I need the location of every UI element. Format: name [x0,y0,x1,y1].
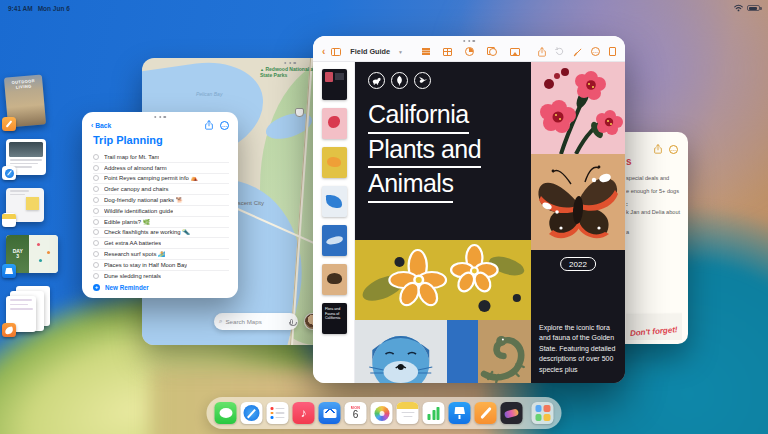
reminder-text: Get extra AA batteries [104,240,161,246]
reminder-text: Edible plants? 🌿 [104,219,150,225]
reminder-item[interactable]: Check flashlights are working 🔦 [93,228,229,239]
page-thumbnail-4[interactable] [322,186,347,217]
dock-icon-photos[interactable] [371,402,393,424]
share-icon[interactable] [205,120,213,130]
reminder-item[interactable]: Edible plants? 🌿 [93,217,229,228]
reminder-item[interactable]: Places to stay in Half Moon Bay [93,260,229,271]
cover-blurb: Explore the iconic flora and fauna of th… [539,323,620,376]
reminder-checkbox[interactable] [93,175,99,181]
page-thumbnail-1[interactable] [322,69,347,100]
text-format-icon[interactable] [422,48,430,54]
document-icon[interactable] [609,47,616,56]
dock-icon-procreate[interactable] [501,402,523,424]
format-brush-icon[interactable] [573,43,582,61]
back-label: Back [95,122,111,129]
reminder-item[interactable]: Point Reyes camping permit info ⛺ [93,174,229,185]
chevron-down-icon[interactable]: ▼ [398,49,403,55]
recent-app-safari[interactable] [6,139,62,175]
reminder-checkbox[interactable] [93,197,99,203]
reminder-item[interactable]: Dog-friendly national parks 🐕 [93,195,229,206]
pages-window[interactable]: ‹ Field Guide ▼ … Flora and [313,36,625,383]
reminder-item[interactable]: Order canopy and chairs [93,184,229,195]
note-body[interactable]: s special deals and e enough for 5+ dogs… [626,156,682,340]
stage-manager-strip: OUTDOOR LIVING DAY 3 [6,76,62,345]
dock-icon-messages[interactable] [215,402,237,424]
table-icon[interactable] [443,48,452,56]
maps-window-drag-handle[interactable] [284,62,296,64]
more-icon[interactable]: … [591,47,600,56]
more-icon[interactable]: … [220,121,229,130]
handwriting-text: Don't forget! [630,325,678,338]
dock-icon-app-library[interactable] [532,402,554,424]
reminder-checkbox[interactable] [93,262,99,268]
page-thumbnail-6[interactable] [322,264,347,295]
reminder-checkbox[interactable] [93,240,99,246]
dock-icon-notes[interactable] [397,402,419,424]
reminder-checkbox[interactable] [93,251,99,257]
cover-title-line: California [368,99,469,134]
reminder-item[interactable]: Get extra AA batteries [93,238,229,249]
back-cover-text: Flora and Fauna of California [325,307,340,320]
maps-search-field[interactable]: ⌕ Search Maps [214,313,298,330]
reminder-checkbox[interactable] [93,154,99,160]
page-thumbnail-3[interactable] [322,147,347,178]
page-thumbnail-2[interactable] [322,108,347,139]
back-chevron-icon[interactable]: ‹ [322,47,325,57]
reminders-window[interactable]: ‹ Back … Trip Planning Trail map for Mt.… [82,112,238,298]
dock-icon-numbers[interactable] [423,402,445,424]
reminder-text: Dog-friendly national parks 🐕 [104,197,183,203]
share-icon[interactable] [538,43,546,61]
reminder-item[interactable]: Research surf spots 🏄 [93,249,229,260]
dock-icon-calendar[interactable]: MON 6 [345,402,367,424]
page-thumbnail-7[interactable]: Flora and Fauna of California [322,303,347,334]
recent-app-pages[interactable]: OUTDOOR LIVING [6,76,62,126]
dock-icon-mail[interactable] [319,402,341,424]
dock-icon-keynote[interactable] [449,402,471,424]
recent-app-keynote[interactable]: DAY 3 [6,235,62,273]
reminder-item[interactable]: Wildlife identification guide [93,206,229,217]
note-line: e enough for 5+ dogs [626,188,682,194]
new-reminder-button[interactable]: + New Reminder [93,284,149,291]
reminder-item[interactable]: Trail map for Mt. Tam [93,152,229,163]
reminder-checkbox[interactable] [93,165,99,171]
back-button[interactable]: ‹ Back [91,122,111,129]
hummingbird-icon [414,72,431,89]
recent-app-swift-playgrounds[interactable] [6,286,62,332]
undo-icon[interactable] [555,47,564,56]
reminder-text: Research surf spots 🏄 [104,251,165,257]
dock-icon-pages[interactable] [475,402,497,424]
reminder-checkbox[interactable] [93,208,99,214]
wifi-icon [734,4,743,13]
pages-window-drag-handle[interactable] [463,40,475,42]
reminder-checkbox[interactable] [93,219,99,225]
pages-app-icon [2,117,16,131]
reminder-text: Wildlife identification guide [104,208,173,214]
dictation-mic-icon[interactable] [290,319,293,325]
chart-icon[interactable] [465,47,474,56]
embedded-note-image[interactable]: Don't forget! [626,314,682,340]
bay-label: Pelican Bay [196,91,222,97]
reminder-text: Dune sledding rentals [104,273,161,279]
reminder-item[interactable]: Address of almond farm [93,163,229,174]
status-time: 9:41 AM [8,5,33,12]
dock-icon-music[interactable]: ♪ [293,402,315,424]
new-reminder-label: New Reminder [105,284,149,291]
reminder-checkbox[interactable] [93,273,99,279]
orchid-illustration [355,240,531,320]
dock-icon-safari[interactable] [241,402,263,424]
reminder-checkbox[interactable] [93,229,99,235]
reminder-checkbox[interactable] [93,186,99,192]
shapes-icon[interactable] [487,47,497,56]
dock-icon-reminders[interactable] [267,402,289,424]
reminder-text: Trail map for Mt. Tam [104,154,159,160]
page-thumbnail-5[interactable] [322,225,347,256]
page-thumbnails-icon[interactable] [331,48,341,56]
document-canvas[interactable]: California Plants and Animals [355,62,625,383]
recent-app-notes[interactable] [6,188,62,222]
reminders-window-drag-handle[interactable] [154,116,166,118]
reminder-item[interactable]: Dune sledding rentals [93,271,229,282]
reminders-list: Trail map for Mt. Tam Address of almond … [93,152,229,282]
media-icon[interactable] [510,48,520,56]
note-line: : [626,201,682,207]
more-icon[interactable]: … [669,145,678,154]
